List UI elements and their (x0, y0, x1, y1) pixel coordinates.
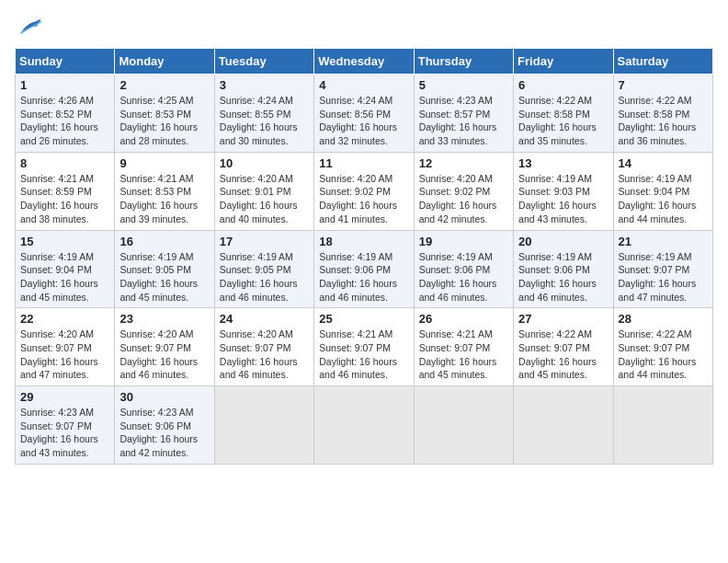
calendar-week-row: 29Sunrise: 4:23 AM Sunset: 9:07 PM Dayli… (16, 386, 713, 465)
day-number: 24 (220, 312, 309, 326)
day-info: Sunrise: 4:19 AM Sunset: 9:03 PM Dayligh… (518, 172, 608, 226)
day-number: 18 (319, 235, 408, 248)
day-info: Sunrise: 4:26 AM Sunset: 8:52 PM Dayligh… (20, 94, 109, 148)
calendar-cell: 13Sunrise: 4:19 AM Sunset: 9:03 PM Dayli… (514, 152, 613, 230)
day-number: 13 (518, 156, 608, 170)
day-number: 6 (518, 78, 608, 92)
day-info: Sunrise: 4:20 AM Sunset: 9:07 PM Dayligh… (20, 327, 109, 382)
weekday-header-sunday: Sunday (16, 49, 115, 75)
day-number: 8 (20, 156, 109, 170)
day-info: Sunrise: 4:23 AM Sunset: 9:06 PM Dayligh… (119, 406, 209, 460)
calendar-cell: 22Sunrise: 4:20 AM Sunset: 9:07 PM Dayli… (16, 308, 115, 386)
day-info: Sunrise: 4:20 AM Sunset: 9:02 PM Dayligh… (419, 172, 508, 226)
page-header (15, 15, 713, 40)
day-info: Sunrise: 4:22 AM Sunset: 8:58 PM Dayligh… (619, 94, 708, 148)
calendar-cell: 24Sunrise: 4:20 AM Sunset: 9:07 PM Dayli… (214, 308, 313, 386)
day-number: 10 (220, 156, 309, 170)
day-info: Sunrise: 4:19 AM Sunset: 9:06 PM Dayligh… (518, 250, 608, 304)
day-info: Sunrise: 4:19 AM Sunset: 9:06 PM Dayligh… (419, 250, 508, 304)
day-number: 7 (619, 78, 708, 92)
weekday-header-monday: Monday (115, 49, 214, 75)
day-info: Sunrise: 4:20 AM Sunset: 9:02 PM Dayligh… (319, 172, 408, 226)
calendar-cell: 25Sunrise: 4:21 AM Sunset: 9:07 PM Dayli… (314, 308, 414, 386)
day-number: 25 (319, 312, 408, 326)
calendar-cell: 18Sunrise: 4:19 AM Sunset: 9:06 PM Dayli… (314, 230, 414, 308)
day-number: 19 (419, 235, 508, 248)
day-number: 1 (20, 78, 109, 92)
day-number: 30 (119, 390, 209, 404)
weekday-header-wednesday: Wednesday (314, 49, 414, 75)
calendar-cell (214, 386, 313, 465)
calendar-cell: 5Sunrise: 4:23 AM Sunset: 8:57 PM Daylig… (414, 75, 513, 153)
day-info: Sunrise: 4:23 AM Sunset: 9:07 PM Dayligh… (20, 406, 109, 460)
day-number: 20 (518, 235, 608, 248)
day-number: 21 (619, 235, 708, 248)
day-number: 28 (619, 312, 708, 326)
day-number: 15 (20, 235, 109, 248)
day-info: Sunrise: 4:20 AM Sunset: 9:07 PM Dayligh… (220, 327, 309, 382)
day-number: 5 (419, 78, 508, 92)
day-info: Sunrise: 4:21 AM Sunset: 8:53 PM Dayligh… (119, 172, 209, 226)
calendar-cell: 1Sunrise: 4:26 AM Sunset: 8:52 PM Daylig… (16, 75, 115, 153)
calendar-header-row: SundayMondayTuesdayWednesdayThursdayFrid… (16, 49, 713, 75)
day-info: Sunrise: 4:24 AM Sunset: 8:56 PM Dayligh… (319, 94, 408, 148)
calendar-cell: 2Sunrise: 4:25 AM Sunset: 8:53 PM Daylig… (115, 75, 214, 153)
calendar-cell: 28Sunrise: 4:22 AM Sunset: 9:07 PM Dayli… (613, 308, 712, 386)
calendar-cell: 16Sunrise: 4:19 AM Sunset: 9:05 PM Dayli… (115, 230, 214, 308)
calendar-cell (514, 386, 613, 465)
day-number: 9 (119, 156, 209, 170)
day-info: Sunrise: 4:19 AM Sunset: 9:07 PM Dayligh… (619, 250, 708, 304)
day-info: Sunrise: 4:25 AM Sunset: 8:53 PM Dayligh… (119, 94, 209, 148)
calendar-week-row: 1Sunrise: 4:26 AM Sunset: 8:52 PM Daylig… (16, 75, 713, 153)
calendar-cell: 20Sunrise: 4:19 AM Sunset: 9:06 PM Dayli… (514, 230, 613, 308)
day-number: 11 (319, 156, 408, 170)
day-number: 27 (518, 312, 608, 326)
day-number: 12 (419, 156, 508, 170)
day-info: Sunrise: 4:21 AM Sunset: 9:07 PM Dayligh… (319, 327, 408, 382)
calendar-cell (314, 386, 414, 465)
calendar-cell: 6Sunrise: 4:22 AM Sunset: 8:58 PM Daylig… (514, 75, 613, 153)
calendar-cell: 17Sunrise: 4:19 AM Sunset: 9:05 PM Dayli… (214, 230, 313, 308)
calendar-cell (414, 386, 513, 465)
day-info: Sunrise: 4:19 AM Sunset: 9:04 PM Dayligh… (619, 172, 708, 226)
calendar-cell: 15Sunrise: 4:19 AM Sunset: 9:04 PM Dayli… (16, 230, 115, 308)
calendar-cell: 14Sunrise: 4:19 AM Sunset: 9:04 PM Dayli… (613, 152, 712, 230)
calendar-cell: 4Sunrise: 4:24 AM Sunset: 8:56 PM Daylig… (314, 75, 414, 153)
calendar-cell: 12Sunrise: 4:20 AM Sunset: 9:02 PM Dayli… (414, 152, 513, 230)
calendar-cell: 19Sunrise: 4:19 AM Sunset: 9:06 PM Dayli… (414, 230, 513, 308)
day-info: Sunrise: 4:19 AM Sunset: 9:04 PM Dayligh… (20, 250, 109, 304)
day-number: 4 (319, 78, 408, 92)
calendar-cell: 7Sunrise: 4:22 AM Sunset: 8:58 PM Daylig… (613, 75, 712, 153)
day-info: Sunrise: 4:24 AM Sunset: 8:55 PM Dayligh… (220, 94, 309, 148)
day-info: Sunrise: 4:21 AM Sunset: 9:07 PM Dayligh… (419, 327, 508, 382)
calendar-cell: 26Sunrise: 4:21 AM Sunset: 9:07 PM Dayli… (414, 308, 513, 386)
weekday-header-thursday: Thursday (414, 49, 513, 75)
weekday-header-friday: Friday (514, 49, 613, 75)
calendar-week-row: 22Sunrise: 4:20 AM Sunset: 9:07 PM Dayli… (16, 308, 713, 386)
day-info: Sunrise: 4:20 AM Sunset: 9:07 PM Dayligh… (119, 327, 209, 382)
calendar-cell: 21Sunrise: 4:19 AM Sunset: 9:07 PM Dayli… (613, 230, 712, 308)
day-number: 26 (419, 312, 508, 326)
day-info: Sunrise: 4:22 AM Sunset: 8:58 PM Dayligh… (518, 94, 608, 148)
day-number: 29 (20, 390, 109, 404)
calendar-week-row: 8Sunrise: 4:21 AM Sunset: 8:59 PM Daylig… (16, 152, 713, 230)
calendar-cell: 27Sunrise: 4:22 AM Sunset: 9:07 PM Dayli… (514, 308, 613, 386)
day-info: Sunrise: 4:19 AM Sunset: 9:05 PM Dayligh… (220, 250, 309, 304)
calendar-cell: 9Sunrise: 4:21 AM Sunset: 8:53 PM Daylig… (115, 152, 214, 230)
logo (15, 15, 48, 40)
day-info: Sunrise: 4:22 AM Sunset: 9:07 PM Dayligh… (518, 327, 608, 382)
day-info: Sunrise: 4:23 AM Sunset: 8:57 PM Dayligh… (419, 94, 508, 148)
calendar-cell (613, 386, 712, 465)
calendar-cell: 29Sunrise: 4:23 AM Sunset: 9:07 PM Dayli… (16, 386, 115, 465)
logo-icon (15, 15, 44, 40)
day-number: 17 (220, 235, 309, 248)
calendar-table: SundayMondayTuesdayWednesdayThursdayFrid… (15, 48, 713, 465)
day-info: Sunrise: 4:21 AM Sunset: 8:59 PM Dayligh… (20, 172, 109, 226)
calendar-week-row: 15Sunrise: 4:19 AM Sunset: 9:04 PM Dayli… (16, 230, 713, 308)
day-number: 2 (119, 78, 209, 92)
calendar-cell: 10Sunrise: 4:20 AM Sunset: 9:01 PM Dayli… (214, 152, 313, 230)
day-number: 14 (619, 156, 708, 170)
calendar-cell: 11Sunrise: 4:20 AM Sunset: 9:02 PM Dayli… (314, 152, 414, 230)
day-number: 22 (20, 312, 109, 326)
day-number: 3 (220, 78, 309, 92)
